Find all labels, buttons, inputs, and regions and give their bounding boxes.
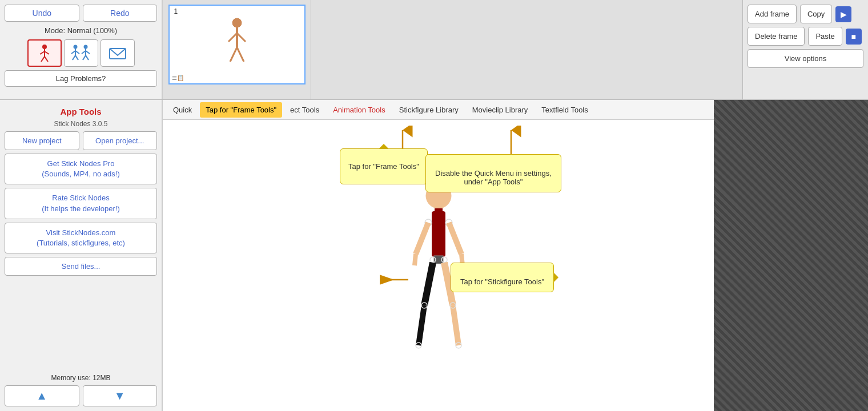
tab-stickfigure-library[interactable]: Stickfigure Library xyxy=(393,102,464,118)
frame-icons: ☰📋 xyxy=(172,75,184,81)
svg-line-10 xyxy=(73,55,75,60)
right-dark-panel xyxy=(714,100,868,411)
svg-line-2 xyxy=(40,51,45,54)
frame-number: 1 xyxy=(172,7,180,16)
envelope-icon[interactable] xyxy=(101,39,135,67)
frame-1[interactable]: 1 ☰📋 xyxy=(168,5,306,84)
svg-point-0 xyxy=(42,45,47,49)
tab-frame-tools[interactable]: Tap for "Frame Tools" xyxy=(200,102,282,118)
copy-button[interactable]: Copy xyxy=(800,5,832,23)
view-options-button[interactable]: View options xyxy=(748,49,863,68)
multi-figure-icon[interactable] xyxy=(64,39,98,67)
svg-line-43 xyxy=(419,305,424,345)
svg-line-45 xyxy=(453,305,459,345)
toolbar-tabs: Quick Tap for "Frame Tools" ect Tools An… xyxy=(163,100,714,120)
svg-line-11 xyxy=(75,55,78,60)
svg-line-8 xyxy=(71,51,75,54)
version-label: Stick Nodes 3.0.5 xyxy=(5,120,157,128)
mode-label: Mode: Normal (100%) xyxy=(5,26,157,35)
lag-button[interactable]: Lag Problems? xyxy=(5,70,157,87)
svg-line-42 xyxy=(424,263,433,305)
single-figure-icon[interactable] xyxy=(27,39,62,67)
paste-button[interactable]: Paste xyxy=(808,27,842,46)
quick-menu-tooltip: Disable the Quick Menu in settings, unde… xyxy=(425,154,561,192)
svg-line-14 xyxy=(82,51,86,54)
rate-button[interactable]: Rate Stick Nodes (It helps the developer… xyxy=(5,188,157,219)
svg-line-21 xyxy=(228,33,237,42)
memory-label: Memory use: 12MB xyxy=(5,374,157,382)
tab-animation-tools[interactable]: Animation Tools xyxy=(327,102,391,118)
visit-button[interactable]: Visit StickNodes.com (Tutorials, stickfi… xyxy=(5,223,157,253)
app-tools-title: App Tools xyxy=(5,107,157,116)
pro-button[interactable]: Get Stick Nodes Pro (Sounds, MP4, no ads… xyxy=(5,154,157,184)
add-frame-button[interactable]: Add frame xyxy=(748,5,797,23)
svg-line-5 xyxy=(45,57,48,62)
frame-tools-tooltip: Tap for "Frame Tools" xyxy=(340,148,428,184)
svg-line-24 xyxy=(237,47,244,62)
tab-quick[interactable]: Quick xyxy=(167,102,198,118)
new-project-button[interactable]: New project xyxy=(5,131,79,150)
redo-button[interactable]: Redo xyxy=(83,5,158,22)
undo-button[interactable]: Undo xyxy=(5,5,79,22)
tab-object-tools[interactable]: ect Tools xyxy=(284,102,325,118)
drawing-area[interactable]: Tap for "Frame Tools" Disable the Quick … xyxy=(163,120,714,411)
svg-line-4 xyxy=(41,57,45,62)
delete-frame-button[interactable]: Delete frame xyxy=(748,27,805,46)
svg-point-19 xyxy=(232,18,242,27)
svg-point-6 xyxy=(73,45,77,49)
svg-line-17 xyxy=(86,55,89,60)
svg-line-36 xyxy=(416,223,428,254)
scroll-down-button[interactable]: ▼ xyxy=(83,385,158,406)
stop-button[interactable]: ■ xyxy=(846,29,862,45)
open-project-button[interactable]: Open project... xyxy=(83,131,158,150)
scroll-up-button[interactable]: ▲ xyxy=(5,385,79,406)
tab-movieclip-library[interactable]: Movieclip Library xyxy=(467,102,534,118)
svg-point-12 xyxy=(83,45,87,49)
stickfigure-tools-tooltip: Tap for "Stickfigure Tools" xyxy=(451,263,554,292)
svg-line-16 xyxy=(83,55,86,60)
tab-textfield-tools[interactable]: Textfield Tools xyxy=(536,102,593,118)
svg-line-9 xyxy=(75,51,79,54)
svg-line-15 xyxy=(86,51,90,54)
svg-line-38 xyxy=(449,223,461,254)
send-files-button[interactable]: Send files... xyxy=(5,257,157,276)
svg-line-23 xyxy=(230,47,237,62)
svg-line-37 xyxy=(415,254,416,265)
svg-rect-32 xyxy=(432,211,445,257)
play-button[interactable]: ▶ xyxy=(835,6,851,22)
svg-line-3 xyxy=(45,51,49,54)
svg-line-22 xyxy=(237,33,246,42)
